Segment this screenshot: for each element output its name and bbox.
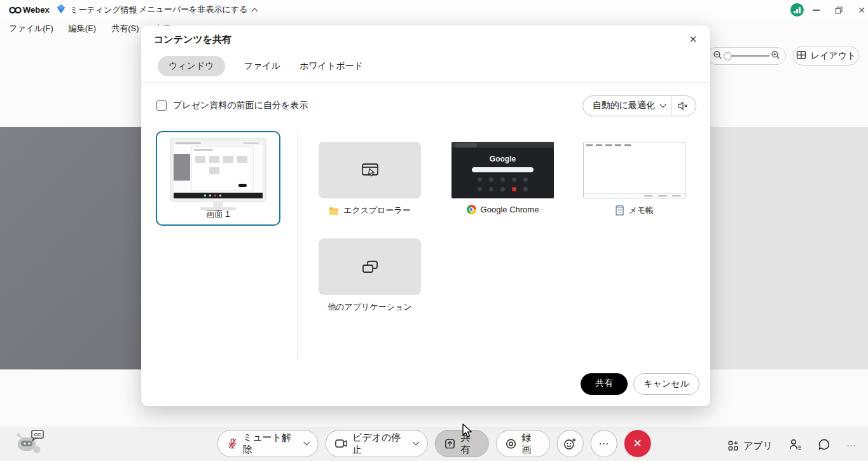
- apps-grid-icon: [727, 440, 739, 451]
- window-card-chrome[interactable]: Google Google Chrome: [451, 142, 554, 214]
- window-card-notepad[interactable]: メモ帳: [583, 142, 685, 216]
- record-icon: [506, 438, 517, 450]
- webex-meeting-window: Webex ミーティング情報 メニューバーを非表示にする ✕ ファイル(F) 編…: [0, 0, 868, 461]
- meeting-info-button[interactable]: ミーティング情報: [56, 4, 137, 16]
- explorer-thumbnail[interactable]: [319, 142, 421, 198]
- tab-whiteboard[interactable]: ホワイトボード: [300, 56, 363, 76]
- app-title: Webex: [23, 5, 50, 15]
- chevron-down-icon[interactable]: [413, 439, 420, 446]
- maximize-restore-button[interactable]: [832, 4, 846, 17]
- screen-1-preview-image: [167, 138, 269, 214]
- chrome-thumbnail[interactable]: Google: [451, 142, 554, 198]
- optimize-control: 自動的に最適化: [582, 95, 696, 116]
- toolbar-center-controls: ミュート解除 ビデオの停止 共有 録画 ⋯ ✕: [217, 430, 651, 457]
- assistant-robot-icon[interactable]: CC: [13, 428, 46, 458]
- menu-file[interactable]: ファイル(F): [9, 23, 53, 34]
- layout-grid-icon: [796, 50, 806, 62]
- toolbar-right-controls: アプリ ⋯: [727, 438, 857, 453]
- record-button[interactable]: 録画: [496, 430, 550, 457]
- chrome-icon: [467, 205, 476, 214]
- notepad-icon: [615, 205, 624, 216]
- self-video-tile: [0, 127, 141, 369]
- show-self-checkbox[interactable]: [156, 100, 167, 111]
- window-card-other-apps[interactable]: 他のアプリケーション: [319, 238, 421, 313]
- share-content-dialog: コンテンツを共有 ✕ ウィンドウ ファイル ホワイトボード プレゼン資料の前面に…: [141, 25, 710, 406]
- minimize-button[interactable]: [809, 4, 823, 17]
- share-screen-icon: [444, 438, 456, 450]
- layout-button[interactable]: レイアウト: [793, 46, 859, 65]
- dialog-cancel-button[interactable]: キャンセル: [633, 373, 699, 395]
- shield-icon: [56, 4, 66, 16]
- apps-button[interactable]: アプリ: [727, 440, 773, 452]
- titlebar: Webex ミーティング情報 メニューバーを非表示にする ✕: [0, 0, 868, 20]
- folder-icon: [329, 207, 339, 215]
- stage-area: [710, 127, 868, 369]
- window-title: メモ帳: [629, 205, 654, 216]
- menu-share[interactable]: 共有(S): [111, 23, 139, 34]
- screen-1-label: 画面 1: [157, 209, 279, 220]
- window-title: エクスプローラー: [343, 205, 411, 216]
- audio-muted-button[interactable]: [672, 101, 696, 111]
- window-close-button[interactable]: ✕: [855, 4, 868, 17]
- more-panels-button[interactable]: ⋯: [846, 440, 857, 451]
- stage-zoom-control: [707, 47, 786, 65]
- zoom-out-icon[interactable]: [713, 50, 722, 62]
- chevron-down-icon[interactable]: [660, 101, 666, 107]
- show-self-label: プレゼン資料の前面に自分を表示: [173, 100, 308, 111]
- menu-edit[interactable]: 編集(E): [69, 23, 96, 34]
- webex-logo-icon: [9, 5, 22, 18]
- close-icon: ✕: [689, 34, 698, 45]
- ellipsis-icon: ⋯: [598, 437, 609, 450]
- screen-1-card[interactable]: 画面 1: [156, 131, 280, 226]
- dialog-close-button[interactable]: ✕: [685, 31, 701, 48]
- stacked-windows-icon: [359, 258, 381, 277]
- participants-icon: [789, 438, 802, 451]
- stop-video-button[interactable]: ビデオの停止: [325, 430, 427, 457]
- minimize-icon: [813, 10, 820, 11]
- mouse-cursor: [462, 423, 476, 441]
- tabs-divider: [141, 82, 710, 83]
- window-card-explorer[interactable]: エクスプローラー: [319, 142, 421, 216]
- other-apps-thumbnail[interactable]: [319, 238, 421, 295]
- window-label-row: メモ帳: [583, 205, 685, 216]
- optimize-dropdown[interactable]: 自動的に最適化: [583, 100, 661, 111]
- meeting-toolbar: CC ミュート解除 ビデオの停止 共有 録画: [0, 427, 868, 461]
- notepad-thumbnail[interactable]: [583, 142, 685, 198]
- cc-badge: CC: [34, 432, 41, 437]
- window-label-row: エクスプローラー: [319, 205, 421, 216]
- smiley-plus-icon: [563, 437, 577, 450]
- show-self-option[interactable]: プレゼン資料の前面に自分を表示: [156, 100, 308, 111]
- dialog-title: コンテンツを共有: [154, 34, 231, 46]
- reactions-button[interactable]: [556, 430, 583, 457]
- zoom-slider[interactable]: [724, 52, 769, 60]
- tab-file[interactable]: ファイル: [244, 56, 280, 76]
- chrome-preview-logo: Google: [451, 155, 554, 163]
- dialog-options-row: プレゼン資料の前面に自分を表示 自動的に最適化: [156, 94, 696, 117]
- chevron-down-icon[interactable]: [303, 439, 310, 446]
- chat-button[interactable]: [818, 438, 830, 453]
- chrome-preview-searchbar: [472, 167, 534, 172]
- sections-divider: [297, 131, 298, 359]
- unmute-button[interactable]: ミュート解除: [217, 430, 318, 457]
- tab-window[interactable]: ウィンドウ: [158, 56, 225, 76]
- close-icon: ✕: [858, 5, 865, 15]
- chat-bubble-icon: [818, 438, 830, 451]
- window-title: 他のアプリケーション: [327, 301, 411, 313]
- window-cursor-icon: [360, 161, 380, 180]
- restore-icon: [835, 6, 843, 14]
- dialog-share-button[interactable]: 共有: [581, 373, 628, 395]
- more-options-button[interactable]: ⋯: [591, 430, 617, 457]
- speaker-muted-icon: [677, 101, 689, 111]
- window-title: Google Chrome: [481, 205, 539, 214]
- window-label-row: 他のアプリケーション: [319, 301, 421, 313]
- camera-icon: [334, 439, 347, 448]
- leave-meeting-button[interactable]: ✕: [624, 430, 651, 457]
- mic-muted-icon: [226, 437, 238, 450]
- dialog-tabs: ウィンドウ ファイル ホワイトボード: [158, 56, 363, 76]
- connection-quality-indicator[interactable]: [790, 3, 804, 17]
- hide-menubar-button[interactable]: メニューバーを非表示にする: [139, 4, 257, 15]
- participants-button[interactable]: [789, 438, 802, 453]
- zoom-in-icon[interactable]: [771, 50, 780, 62]
- window-label-row: Google Chrome: [451, 205, 554, 214]
- leave-x-icon: ✕: [633, 437, 642, 450]
